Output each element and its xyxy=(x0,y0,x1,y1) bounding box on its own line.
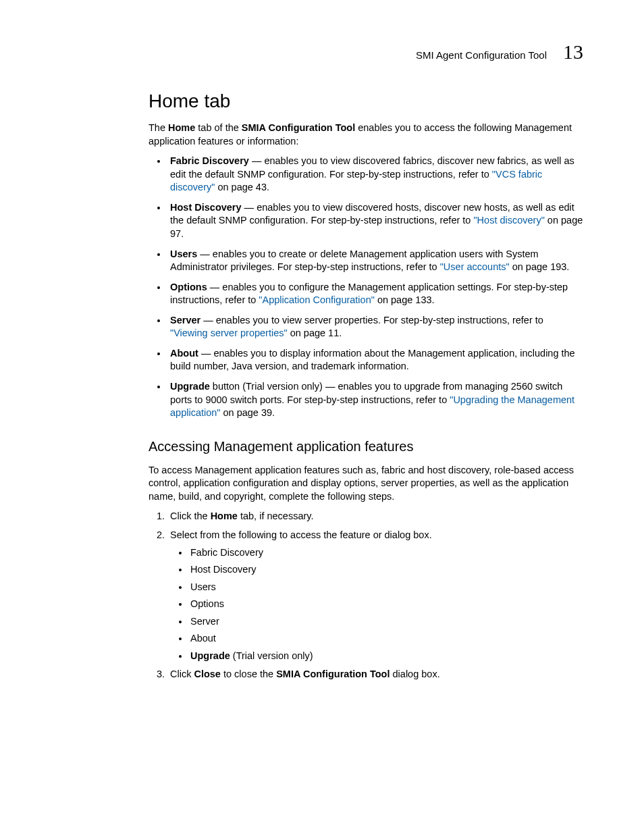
text-bold: Upgrade xyxy=(190,650,230,661)
text-bold: Home xyxy=(168,122,195,133)
intro-paragraph: The Home tab of the SMIA Configuration T… xyxy=(149,122,583,148)
step-item: Click the Home tab, if necessary. xyxy=(167,510,583,523)
xref-link[interactable]: "User accounts" xyxy=(440,261,510,272)
list-item: Fabric Discovery xyxy=(189,546,583,560)
term: Server xyxy=(170,315,200,325)
text: dialog box. xyxy=(390,669,440,679)
sub-feature-list: Fabric Discovery Host Discovery Users Op… xyxy=(170,546,583,663)
list-item: Options — enables you to configure the M… xyxy=(167,281,583,307)
list-item: Server — enables you to view server prop… xyxy=(167,314,583,340)
page-header: SMI Agent Configuration Tool 13 xyxy=(149,41,583,63)
steps-list: Click the Home tab, if necessary. Select… xyxy=(149,510,583,681)
list-item: About xyxy=(189,632,583,646)
feature-list: Fabric Discovery — enables you to view d… xyxy=(149,155,583,420)
list-item: Upgrade (Trial version only) xyxy=(189,650,583,663)
text: (Trial version only) xyxy=(230,650,313,661)
xref-link[interactable]: "Application Configuration" xyxy=(259,294,375,305)
list-item: Host Discovery xyxy=(189,563,583,577)
list-item: Server xyxy=(189,615,583,629)
term: Fabric Discovery xyxy=(170,155,249,166)
subsection-intro: To access Management application feature… xyxy=(149,464,583,504)
text: on page 11. xyxy=(288,328,342,338)
list-item: Host Discovery — enables you to view dis… xyxy=(167,201,583,241)
text: The xyxy=(149,122,168,133)
step-item: Click Close to close the SMIA Configurat… xyxy=(167,668,583,681)
text: on page 193. xyxy=(510,261,570,272)
list-item: Upgrade button (Trial version only) — en… xyxy=(167,380,583,420)
text: on page 39. xyxy=(220,407,275,418)
page: SMI Agent Configuration Tool 13 Home tab… xyxy=(0,0,644,727)
xref-link[interactable]: "Viewing server properties" xyxy=(170,328,288,338)
chapter-number: 13 xyxy=(563,41,583,63)
text-bold: SMIA Configuration Tool xyxy=(242,122,355,133)
text: — enables you to display information abo… xyxy=(170,348,575,372)
term: Options xyxy=(170,282,207,292)
list-item: About — enables you to display informati… xyxy=(167,347,583,373)
text: on page 43. xyxy=(215,182,269,192)
text: to close the xyxy=(221,669,276,679)
text: — enables you to view server properties.… xyxy=(200,315,543,325)
text: Click xyxy=(170,669,194,679)
list-item: Fabric Discovery — enables you to view d… xyxy=(167,155,583,194)
header-title: SMI Agent Configuration Tool xyxy=(416,49,547,61)
subsection-title: Accessing Management application feature… xyxy=(149,439,583,454)
xref-link[interactable]: "Host discovery" xyxy=(473,215,544,226)
text: Select from the following to access the … xyxy=(170,529,432,540)
term: Host Discovery xyxy=(170,202,242,213)
term: Users xyxy=(170,249,197,259)
step-item: Select from the following to access the … xyxy=(167,529,583,663)
content-area: Home tab The Home tab of the SMIA Config… xyxy=(149,90,583,681)
text: tab, if necessary. xyxy=(238,511,314,521)
text-bold: Home xyxy=(211,511,238,521)
text: on page 133. xyxy=(375,294,435,305)
list-item: Options xyxy=(189,598,583,611)
term: About xyxy=(170,348,198,359)
text-bold: SMIA Configuration Tool xyxy=(276,669,390,679)
text: Click the xyxy=(170,511,211,521)
list-item: Users xyxy=(189,581,583,594)
term: Upgrade xyxy=(170,381,210,392)
list-item: Users — enables you to create or delete … xyxy=(167,248,583,274)
text-bold: Close xyxy=(194,669,221,679)
section-title: Home tab xyxy=(149,90,583,112)
text: tab of the xyxy=(195,122,242,133)
